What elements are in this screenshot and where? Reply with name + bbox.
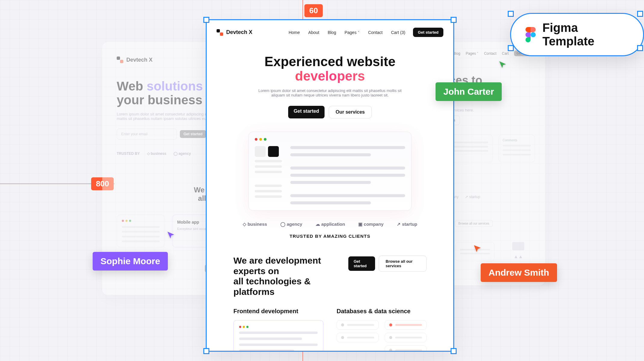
hero-line2: developers bbox=[217, 69, 443, 83]
main-frame[interactable]: Devtech X Home About Blog Pages Contact … bbox=[206, 19, 454, 352]
figma-badge-label: Figma Template bbox=[542, 21, 629, 48]
brand-name: Devtech X bbox=[226, 29, 252, 35]
badge-handle-bl[interactable] bbox=[508, 45, 514, 51]
figma-logo-icon bbox=[525, 27, 535, 42]
hero-subtitle: Lorem ipsum dolor sit amet consectetur a… bbox=[252, 88, 408, 97]
cursor-violet bbox=[166, 231, 175, 240]
section2-btn-primary[interactable]: Get started bbox=[348, 256, 375, 271]
nav-contact-bg[interactable]: Contact bbox=[484, 51, 496, 56]
hero-line1: Experienced website bbox=[264, 54, 395, 69]
card-databases-title: Databases & data science bbox=[337, 308, 427, 315]
card-databases-mock bbox=[337, 320, 427, 352]
section2-heading-a: We are development experts on bbox=[233, 255, 321, 276]
nav-cart-bg[interactable]: Cart bbox=[502, 51, 509, 56]
bg-left-h1-c: your business bbox=[117, 93, 202, 107]
trust-startup: ↗ startup bbox=[397, 222, 417, 227]
section2-btn-secondary[interactable]: Browse all our services bbox=[379, 255, 427, 272]
hero-cta-primary[interactable]: Get started bbox=[288, 106, 324, 118]
bg-left-h1-accent: solutions bbox=[147, 79, 203, 93]
collaborator-violet[interactable]: Sophie Moore bbox=[93, 252, 168, 271]
badge-handle-tr[interactable] bbox=[637, 11, 643, 17]
badge-handle-tl[interactable] bbox=[508, 11, 514, 17]
trust-application: ☁ application bbox=[316, 222, 345, 227]
traffic-lights-icon bbox=[255, 138, 405, 141]
nav-pages[interactable]: Pages bbox=[344, 30, 359, 35]
nav-cart[interactable]: Cart (3) bbox=[391, 30, 405, 35]
collaborator-green[interactable]: John Carter bbox=[436, 82, 502, 101]
nav-cta-button[interactable]: Get started bbox=[413, 28, 443, 37]
trust-business: ◇ business bbox=[147, 151, 166, 156]
trust-company: ▣ company bbox=[358, 222, 384, 227]
figma-template-badge[interactable]: Figma Template bbox=[510, 13, 644, 56]
email-submit[interactable]: Get started bbox=[180, 130, 206, 138]
nav-about[interactable]: About bbox=[308, 30, 319, 35]
trust-business: ◇ business bbox=[243, 222, 267, 227]
guide-label-top: 60 bbox=[304, 4, 323, 17]
nav-blog[interactable]: Blog bbox=[328, 30, 336, 35]
hero-cta-secondary[interactable]: Our services bbox=[329, 106, 372, 118]
trust-startup-bg: ↗ startup bbox=[465, 195, 480, 199]
section2-heading-b: all technologies & platforms bbox=[233, 276, 311, 297]
card-frontend-mock bbox=[233, 320, 323, 352]
nav-home[interactable]: Home bbox=[288, 30, 300, 35]
nav-contact[interactable]: Contact bbox=[368, 30, 383, 35]
logo-icon bbox=[217, 29, 223, 36]
nav-pages-bg[interactable]: Pages bbox=[466, 51, 479, 56]
trust-agency: ◯ agency bbox=[174, 151, 191, 156]
bg-left-h1-a: Web bbox=[117, 79, 147, 93]
hero-dashboard-mock bbox=[248, 132, 412, 211]
trust-agency: ◯ agency bbox=[280, 222, 302, 227]
collaborator-orange[interactable]: Andrew Smith bbox=[481, 263, 557, 282]
bg-right-s2-btn-b[interactable]: Browse all our services bbox=[455, 220, 493, 227]
bg-left-trusted-by: TRUSTED BY bbox=[117, 151, 140, 156]
cursor-green bbox=[498, 60, 507, 69]
cursor-orange bbox=[473, 244, 482, 253]
logo-icon bbox=[117, 57, 123, 63]
trust-label: TRUSTED BY AMAZING CLIENTS bbox=[217, 234, 443, 239]
card-frontend-title: Frontend development bbox=[233, 308, 323, 315]
badge-handle-br[interactable] bbox=[637, 45, 643, 51]
bg-left-sub: Lorem ipsum dolor sit amet consectetur a… bbox=[117, 112, 219, 121]
brand-name: Devtech X bbox=[126, 57, 153, 63]
email-field[interactable]: Enter your email bbox=[117, 129, 177, 139]
